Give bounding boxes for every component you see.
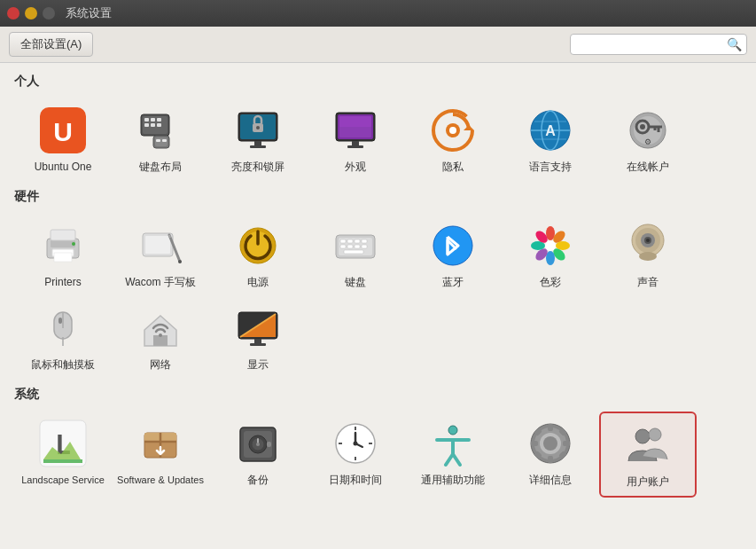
svg-rect-86 <box>644 255 651 260</box>
section-title-hardware: 硬件 <box>14 189 742 205</box>
sidebar-item-software-updates[interactable]: Software & Updates <box>112 412 209 498</box>
search-input[interactable] <box>578 38 727 51</box>
bluetooth-label: 蓝牙 <box>442 276 464 290</box>
svg-marker-27 <box>464 125 474 130</box>
section-title-personal: 个人 <box>14 74 742 90</box>
sidebar-item-keyboard-layout[interactable]: 键盘布局 <box>112 98 209 182</box>
svg-rect-23 <box>339 116 371 127</box>
sidebar-item-datetime[interactable]: 日期和时间 <box>307 412 404 498</box>
power-icon <box>233 221 283 271</box>
personal-grid: U Ubuntu One <box>14 98 742 182</box>
svg-rect-65 <box>355 245 360 248</box>
sidebar-item-bluetooth[interactable]: 蓝牙 <box>404 214 502 297</box>
display-icon <box>233 303 283 353</box>
info-icon <box>526 419 575 468</box>
all-settings-button[interactable]: 全部设置(A) <box>9 32 93 57</box>
svg-point-29 <box>449 127 456 134</box>
network-label: 网络 <box>150 358 171 373</box>
svg-rect-59 <box>340 239 346 243</box>
sidebar-item-accessibility[interactable]: 通用辅助功能 <box>404 412 502 498</box>
svg-point-113 <box>256 443 260 446</box>
backup-icon <box>233 419 283 468</box>
datetime-icon <box>331 419 380 468</box>
hardware-grid: Printers Wacom 手写板 <box>14 214 742 380</box>
svg-rect-129 <box>548 424 553 431</box>
system-grid: L Landscape Service <box>14 412 742 498</box>
sidebar-item-printers[interactable]: Printers <box>14 214 112 297</box>
wacom-label: Wacom 手写板 <box>125 276 196 290</box>
sidebar-item-keyboard[interactable]: 键盘 <box>307 214 404 297</box>
display-label: 显示 <box>247 358 269 373</box>
privacy-label: 隐私 <box>442 161 464 175</box>
sidebar-item-backup[interactable]: 备份 <box>209 412 307 498</box>
svg-point-53 <box>178 260 182 263</box>
section-hardware: 硬件 Printers <box>14 189 742 380</box>
svg-rect-132 <box>563 441 570 446</box>
svg-rect-24 <box>352 141 359 145</box>
appearance-icon <box>331 106 380 155</box>
section-title-system: 系统 <box>14 387 742 403</box>
svg-point-84 <box>646 239 650 242</box>
svg-rect-19 <box>250 145 266 148</box>
sidebar-item-appearance[interactable]: 外观 <box>307 98 404 182</box>
svg-rect-131 <box>531 441 538 446</box>
close-button[interactable] <box>7 7 19 20</box>
wacom-icon <box>136 221 185 271</box>
svg-rect-62 <box>362 239 367 243</box>
svg-rect-5 <box>151 118 155 122</box>
sidebar-item-network[interactable]: 网络 <box>112 296 209 380</box>
sidebar-item-landscape[interactable]: L Landscape Service <box>14 412 112 498</box>
minimize-button[interactable] <box>25 7 37 20</box>
sidebar-item-user-accounts[interactable]: 用户账户 <box>599 412 697 498</box>
keyboard-icon <box>331 221 380 271</box>
datetime-label: 日期和时间 <box>329 474 382 488</box>
svg-point-42 <box>640 124 645 129</box>
maximize-button[interactable] <box>43 7 55 20</box>
language-icon: A <box>526 106 575 155</box>
user-accounts-label: 用户账户 <box>627 475 669 490</box>
sidebar-item-display[interactable]: 显示 <box>209 296 307 380</box>
sidebar-item-info[interactable]: 详细信息 <box>502 412 599 498</box>
svg-rect-9 <box>157 123 161 127</box>
svg-rect-64 <box>347 245 353 248</box>
sidebar-item-brightness-lock[interactable]: 亮度和锁屏 <box>209 98 307 182</box>
color-icon <box>526 221 575 271</box>
svg-rect-130 <box>548 456 553 463</box>
svg-point-123 <box>354 441 358 445</box>
svg-point-139 <box>635 429 650 443</box>
accessibility-label: 通用辅助功能 <box>421 474 485 488</box>
sidebar-item-mouse[interactable]: 鼠标和触摸板 <box>14 296 112 380</box>
sidebar-item-power[interactable]: 电源 <box>209 214 307 297</box>
svg-rect-6 <box>157 118 161 122</box>
svg-rect-98 <box>254 339 261 343</box>
network-icon <box>136 303 185 353</box>
sidebar-item-online-accounts[interactable]: ⚙ 在线帐户 <box>599 98 697 182</box>
keyboard-layout-icon <box>136 106 185 155</box>
sidebar-item-ubuntu-one[interactable]: U Ubuntu One <box>14 98 112 182</box>
svg-rect-12 <box>156 139 160 142</box>
svg-line-54 <box>169 235 170 238</box>
ubuntu-one-icon: U <box>38 106 88 155</box>
svg-rect-18 <box>254 141 261 145</box>
sidebar-item-privacy[interactable]: 隐私 <box>404 98 502 182</box>
svg-rect-49 <box>54 253 72 262</box>
svg-rect-8 <box>151 123 155 127</box>
svg-point-48 <box>72 242 75 246</box>
svg-line-126 <box>453 454 460 465</box>
sidebar-item-language[interactable]: A 语言支持 <box>502 98 599 182</box>
online-accounts-label: 在线帐户 <box>627 161 669 175</box>
printers-label: Printers <box>44 276 81 290</box>
svg-text:A: A <box>545 123 556 138</box>
sidebar-item-wacom[interactable]: Wacom 手写板 <box>112 214 209 297</box>
window-title: 系统设置 <box>66 5 112 21</box>
printers-icon <box>38 221 88 271</box>
keyboard-label: 键盘 <box>345 276 366 290</box>
bluetooth-icon <box>428 221 478 271</box>
section-personal: 个人 U Ubuntu One <box>14 74 742 182</box>
sidebar-item-sound[interactable]: 声音 <box>599 214 697 297</box>
sidebar-item-color[interactable]: 色彩 <box>502 214 599 297</box>
svg-text:⚙: ⚙ <box>644 137 651 146</box>
svg-point-17 <box>256 126 260 129</box>
svg-rect-66 <box>362 245 367 248</box>
landscape-label: Landscape Service <box>21 474 105 486</box>
